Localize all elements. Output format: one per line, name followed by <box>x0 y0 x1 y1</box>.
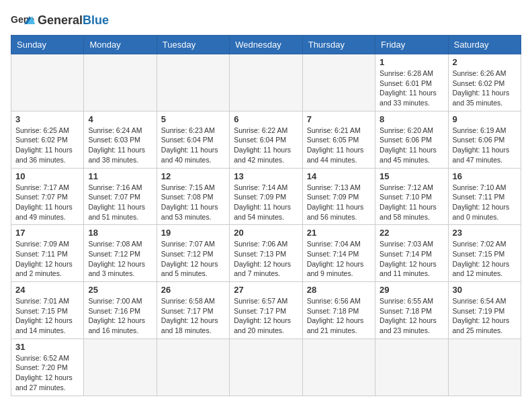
calendar-cell: 15Sunrise: 7:12 AM Sunset: 7:10 PM Dayli… <box>375 168 448 225</box>
day-number: 8 <box>380 114 443 124</box>
day-info: Sunrise: 7:10 AM Sunset: 7:11 PM Dayligh… <box>453 183 517 222</box>
calendar-cell: 6Sunrise: 6:22 AM Sunset: 6:04 PM Daylig… <box>230 111 302 168</box>
day-number: 27 <box>234 285 298 295</box>
logo-general: General <box>38 13 83 27</box>
day-number: 30 <box>453 285 517 295</box>
day-number: 18 <box>88 228 152 238</box>
day-info: Sunrise: 6:25 AM Sunset: 6:02 PM Dayligh… <box>15 126 79 165</box>
calendar-cell: 21Sunrise: 7:04 AM Sunset: 7:14 PM Dayli… <box>302 225 375 282</box>
day-number: 14 <box>307 171 371 181</box>
calendar-cell: 16Sunrise: 7:10 AM Sunset: 7:11 PM Dayli… <box>448 168 521 225</box>
calendar-cell: 11Sunrise: 7:16 AM Sunset: 7:07 PM Dayli… <box>84 168 157 225</box>
calendar-cell: 8Sunrise: 6:20 AM Sunset: 6:06 PM Daylig… <box>375 111 448 168</box>
calendar-week-5: 24Sunrise: 7:01 AM Sunset: 7:15 PM Dayli… <box>11 282 521 339</box>
calendar-cell <box>230 338 302 396</box>
calendar-cell: 23Sunrise: 7:02 AM Sunset: 7:15 PM Dayli… <box>448 225 521 282</box>
day-info: Sunrise: 7:01 AM Sunset: 7:15 PM Dayligh… <box>15 296 79 336</box>
day-number: 6 <box>234 114 298 124</box>
day-info: Sunrise: 6:24 AM Sunset: 6:03 PM Dayligh… <box>88 126 152 165</box>
header: General GeneralBlue <box>11 11 521 30</box>
day-info: Sunrise: 7:04 AM Sunset: 7:14 PM Dayligh… <box>307 239 371 279</box>
col-header-thursday: Thursday <box>302 36 375 54</box>
day-number: 16 <box>453 171 517 181</box>
day-number: 10 <box>15 171 79 181</box>
col-header-friday: Friday <box>375 36 448 54</box>
generalblue-logo-icon: General <box>11 11 35 30</box>
col-header-saturday: Saturday <box>448 36 521 54</box>
day-number: 15 <box>380 171 443 181</box>
day-number: 11 <box>88 171 152 181</box>
calendar-cell: 4Sunrise: 6:24 AM Sunset: 6:03 PM Daylig… <box>84 111 157 168</box>
day-info: Sunrise: 7:06 AM Sunset: 7:13 PM Dayligh… <box>234 239 298 279</box>
calendar-header-row: SundayMondayTuesdayWednesdayThursdayFrid… <box>11 36 521 54</box>
calendar-cell <box>84 338 157 396</box>
calendar-cell <box>448 338 521 396</box>
calendar-cell: 10Sunrise: 7:17 AM Sunset: 7:07 PM Dayli… <box>11 168 84 225</box>
day-number: 20 <box>234 228 298 238</box>
day-number: 2 <box>453 57 517 67</box>
day-info: Sunrise: 6:57 AM Sunset: 7:17 PM Dayligh… <box>234 296 298 336</box>
day-info: Sunrise: 6:23 AM Sunset: 6:04 PM Dayligh… <box>161 126 225 165</box>
calendar-cell: 17Sunrise: 7:09 AM Sunset: 7:11 PM Dayli… <box>11 225 84 282</box>
day-info: Sunrise: 7:13 AM Sunset: 7:09 PM Dayligh… <box>307 183 371 222</box>
day-number: 19 <box>161 228 225 238</box>
calendar-cell: 7Sunrise: 6:21 AM Sunset: 6:05 PM Daylig… <box>302 111 375 168</box>
calendar-cell: 31Sunrise: 6:52 AM Sunset: 7:20 PM Dayli… <box>11 338 84 396</box>
day-number: 23 <box>453 228 517 238</box>
calendar-cell: 1Sunrise: 6:28 AM Sunset: 6:01 PM Daylig… <box>375 54 448 111</box>
day-info: Sunrise: 6:28 AM Sunset: 6:01 PM Dayligh… <box>380 68 443 108</box>
calendar-week-2: 3Sunrise: 6:25 AM Sunset: 6:02 PM Daylig… <box>11 111 521 168</box>
day-number: 24 <box>15 285 79 295</box>
day-info: Sunrise: 6:55 AM Sunset: 7:18 PM Dayligh… <box>380 296 443 336</box>
calendar-cell <box>302 338 375 396</box>
calendar-cell: 24Sunrise: 7:01 AM Sunset: 7:15 PM Dayli… <box>11 282 84 339</box>
day-number: 3 <box>15 114 79 124</box>
day-info: Sunrise: 6:21 AM Sunset: 6:05 PM Dayligh… <box>307 126 371 165</box>
calendar-cell: 28Sunrise: 6:56 AM Sunset: 7:18 PM Dayli… <box>302 282 375 339</box>
day-info: Sunrise: 7:12 AM Sunset: 7:10 PM Dayligh… <box>380 183 443 222</box>
calendar-week-6: 31Sunrise: 6:52 AM Sunset: 7:20 PM Dayli… <box>11 338 521 396</box>
day-number: 31 <box>15 342 79 352</box>
calendar-cell: 27Sunrise: 6:57 AM Sunset: 7:17 PM Dayli… <box>230 282 302 339</box>
day-info: Sunrise: 6:20 AM Sunset: 6:06 PM Dayligh… <box>380 126 443 165</box>
calendar-cell: 20Sunrise: 7:06 AM Sunset: 7:13 PM Dayli… <box>230 225 302 282</box>
calendar-cell: 13Sunrise: 7:14 AM Sunset: 7:09 PM Dayli… <box>230 168 302 225</box>
calendar-cell: 25Sunrise: 7:00 AM Sunset: 7:16 PM Dayli… <box>84 282 157 339</box>
calendar-cell: 29Sunrise: 6:55 AM Sunset: 7:18 PM Dayli… <box>375 282 448 339</box>
day-number: 7 <box>307 114 371 124</box>
day-info: Sunrise: 7:16 AM Sunset: 7:07 PM Dayligh… <box>88 183 152 222</box>
calendar-cell <box>11 54 84 111</box>
day-number: 9 <box>453 114 517 124</box>
calendar-cell: 9Sunrise: 6:19 AM Sunset: 6:06 PM Daylig… <box>448 111 521 168</box>
day-info: Sunrise: 7:08 AM Sunset: 7:12 PM Dayligh… <box>88 239 152 279</box>
col-header-monday: Monday <box>84 36 157 54</box>
calendar-cell <box>157 54 229 111</box>
calendar-cell: 5Sunrise: 6:23 AM Sunset: 6:04 PM Daylig… <box>157 111 229 168</box>
calendar-cell <box>157 338 229 396</box>
calendar-cell <box>84 54 157 111</box>
day-info: Sunrise: 6:56 AM Sunset: 7:18 PM Dayligh… <box>307 296 371 336</box>
day-info: Sunrise: 6:22 AM Sunset: 6:04 PM Dayligh… <box>234 126 298 165</box>
day-info: Sunrise: 7:15 AM Sunset: 7:08 PM Dayligh… <box>161 183 225 222</box>
calendar-cell: 19Sunrise: 7:07 AM Sunset: 7:12 PM Dayli… <box>157 225 229 282</box>
col-header-tuesday: Tuesday <box>157 36 229 54</box>
day-info: Sunrise: 6:58 AM Sunset: 7:17 PM Dayligh… <box>161 296 225 336</box>
calendar-cell <box>230 54 302 111</box>
day-number: 22 <box>380 228 443 238</box>
calendar-cell: 12Sunrise: 7:15 AM Sunset: 7:08 PM Dayli… <box>157 168 229 225</box>
day-info: Sunrise: 6:19 AM Sunset: 6:06 PM Dayligh… <box>453 126 517 165</box>
logo-blue: Blue <box>83 13 109 27</box>
day-info: Sunrise: 6:52 AM Sunset: 7:20 PM Dayligh… <box>15 353 79 393</box>
day-info: Sunrise: 7:17 AM Sunset: 7:07 PM Dayligh… <box>15 183 79 222</box>
calendar-week-1: 1Sunrise: 6:28 AM Sunset: 6:01 PM Daylig… <box>11 54 521 111</box>
day-number: 5 <box>161 114 225 124</box>
day-number: 29 <box>380 285 443 295</box>
day-info: Sunrise: 7:03 AM Sunset: 7:14 PM Dayligh… <box>380 239 443 279</box>
col-header-wednesday: Wednesday <box>230 36 302 54</box>
day-number: 28 <box>307 285 371 295</box>
calendar-week-4: 17Sunrise: 7:09 AM Sunset: 7:11 PM Dayli… <box>11 225 521 282</box>
calendar-cell: 14Sunrise: 7:13 AM Sunset: 7:09 PM Dayli… <box>302 168 375 225</box>
day-number: 25 <box>88 285 152 295</box>
day-number: 1 <box>380 57 443 67</box>
calendar-cell: 2Sunrise: 6:26 AM Sunset: 6:02 PM Daylig… <box>448 54 521 111</box>
